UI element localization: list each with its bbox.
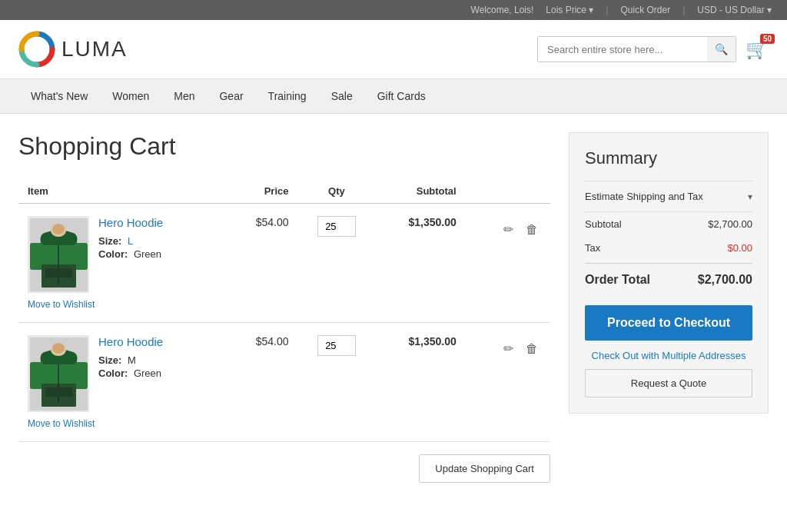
qty-input-1[interactable] bbox=[317, 216, 356, 237]
nav-training[interactable]: Training bbox=[256, 79, 319, 113]
nav-sale[interactable]: Sale bbox=[319, 79, 365, 113]
logo-text: LUMA bbox=[61, 37, 128, 62]
summary-box: Summary Estimate Shipping and Tax ▾ Subt… bbox=[569, 132, 769, 414]
update-cart-row: Update Shopping Cart bbox=[18, 454, 550, 483]
item-name-2[interactable]: Hero Hoodie bbox=[98, 335, 219, 348]
delete-icon-1: 🗑 bbox=[526, 223, 538, 236]
search-input[interactable] bbox=[538, 38, 707, 62]
edit-icon-1: ✏ bbox=[503, 223, 513, 236]
cart-table: Item Price Qty Subtotal bbox=[18, 179, 550, 442]
checkout-button[interactable]: Proceed to Checkout bbox=[585, 305, 752, 341]
cart-row-2: Hero Hoodie Size: M Color: Green bbox=[18, 323, 550, 442]
move-wishlist-2[interactable]: Move to Wishlist bbox=[28, 418, 219, 429]
item-details-1: Hero Hoodie Size: L Color: Green bbox=[98, 216, 219, 261]
svg-point-11 bbox=[52, 224, 65, 234]
product-image-2 bbox=[28, 335, 89, 412]
col-item: Item bbox=[18, 179, 228, 204]
move-wishlist-1[interactable]: Move to Wishlist bbox=[28, 299, 219, 310]
svg-rect-21 bbox=[42, 384, 76, 407]
search-bar: 🔍 bbox=[537, 36, 736, 62]
order-total-label: Order Total bbox=[585, 273, 650, 287]
update-cart-button[interactable]: Update Shopping Cart bbox=[419, 454, 550, 483]
page-title: Shopping Cart bbox=[18, 132, 550, 161]
svg-rect-18 bbox=[75, 362, 88, 389]
nav-women[interactable]: Women bbox=[100, 79, 161, 113]
size-value-2: M bbox=[128, 354, 136, 366]
nav-gear[interactable]: Gear bbox=[207, 79, 255, 113]
header-right: 🔍 🛒 50 bbox=[537, 36, 769, 62]
main-content: Shopping Cart Item Price Qty Subtotal bbox=[0, 114, 787, 501]
cart-badge: 50 bbox=[760, 34, 775, 44]
product-thumb-svg-2 bbox=[30, 337, 88, 411]
summary-sidebar: Summary Estimate Shipping and Tax ▾ Subt… bbox=[569, 132, 769, 414]
luma-logo-icon bbox=[18, 31, 55, 68]
chevron-down-icon: ▾ bbox=[748, 191, 752, 202]
order-total-value: $2,700.00 bbox=[698, 273, 752, 287]
estimate-shipping-label: Estimate Shipping and Tax bbox=[585, 191, 703, 202]
delete-item-2[interactable]: 🗑 bbox=[523, 338, 541, 359]
product-thumb-svg bbox=[30, 218, 88, 291]
svg-rect-12 bbox=[42, 264, 76, 288]
item-cell: Hero Hoodie Size: L Color: Green bbox=[28, 216, 219, 293]
color-label-1: Color: bbox=[98, 248, 128, 260]
nav-gift-cards[interactable]: Gift Cards bbox=[365, 79, 438, 113]
search-icon: 🔍 bbox=[715, 43, 728, 55]
size-value-1: L bbox=[128, 235, 133, 247]
multi-address-link[interactable]: Check Out with Multiple Addresses bbox=[585, 350, 752, 361]
svg-rect-9 bbox=[75, 243, 88, 270]
color-value-2: Green bbox=[134, 367, 161, 379]
order-total-line: Order Total $2,700.00 bbox=[585, 263, 752, 293]
delete-item-1[interactable]: 🗑 bbox=[523, 219, 541, 240]
top-bar: Welcome, Lois! Lois Price ▾ | Quick Orde… bbox=[0, 0, 787, 20]
site-header: LUMA 🔍 🛒 50 bbox=[0, 20, 787, 79]
edit-icon-2: ✏ bbox=[503, 342, 513, 355]
subtotal-line: Subtotal $2,700.00 bbox=[585, 212, 752, 236]
nav-men[interactable]: Men bbox=[161, 79, 207, 113]
color-label-2: Color: bbox=[98, 367, 128, 379]
subtotal-2: $1,350.00 bbox=[375, 323, 465, 442]
item-cell-2: Hero Hoodie Size: M Color: Green bbox=[28, 335, 219, 412]
col-price: Price bbox=[228, 179, 298, 204]
size-label-1: Size: bbox=[98, 235, 121, 247]
quick-order-link[interactable]: Quick Order bbox=[620, 5, 670, 15]
edit-item-2[interactable]: ✏ bbox=[500, 338, 516, 359]
price-1: $54.00 bbox=[228, 204, 298, 323]
search-button[interactable]: 🔍 bbox=[707, 37, 736, 62]
nav-whats-new[interactable]: What's New bbox=[18, 79, 100, 113]
size-label-2: Size: bbox=[98, 354, 121, 366]
cart-icon-wrapper[interactable]: 🛒 50 bbox=[745, 38, 769, 60]
estimate-shipping-toggle[interactable]: Estimate Shipping and Tax ▾ bbox=[585, 181, 752, 212]
main-nav: What's New Women Men Gear Training Sale … bbox=[0, 79, 787, 114]
item-name-1[interactable]: Hero Hoodie bbox=[98, 216, 219, 229]
svg-rect-17 bbox=[30, 362, 43, 389]
col-qty: Qty bbox=[298, 179, 376, 204]
tax-line: Tax $0.00 bbox=[585, 236, 752, 260]
tax-value: $0.00 bbox=[727, 242, 752, 254]
request-quote-button[interactable]: Request a Quote bbox=[585, 369, 752, 397]
qty-input-2[interactable] bbox=[317, 335, 356, 356]
user-menu[interactable]: Lois Price ▾ bbox=[546, 5, 593, 15]
tax-label: Tax bbox=[585, 242, 600, 254]
logo[interactable]: LUMA bbox=[18, 31, 128, 68]
currency-selector[interactable]: USD - US Dollar ▾ bbox=[697, 5, 772, 15]
delete-icon-2: 🗑 bbox=[526, 342, 538, 355]
subtotal-label: Subtotal bbox=[585, 218, 622, 230]
item-details-2: Hero Hoodie Size: M Color: Green bbox=[98, 335, 219, 381]
col-subtotal: Subtotal bbox=[375, 179, 465, 204]
product-image-1 bbox=[28, 216, 89, 293]
cart-row: Hero Hoodie Size: L Color: Green bbox=[18, 204, 550, 323]
edit-item-1[interactable]: ✏ bbox=[500, 219, 516, 240]
subtotal-1: $1,350.00 bbox=[375, 204, 465, 323]
cart-section: Shopping Cart Item Price Qty Subtotal bbox=[18, 132, 550, 483]
summary-title: Summary bbox=[585, 148, 752, 168]
price-2: $54.00 bbox=[228, 323, 298, 442]
color-value-1: Green bbox=[134, 248, 161, 260]
welcome-message: Welcome, Lois! bbox=[471, 5, 534, 15]
svg-point-20 bbox=[52, 343, 65, 354]
subtotal-value: $2,700.00 bbox=[708, 218, 752, 230]
svg-rect-8 bbox=[30, 243, 43, 270]
